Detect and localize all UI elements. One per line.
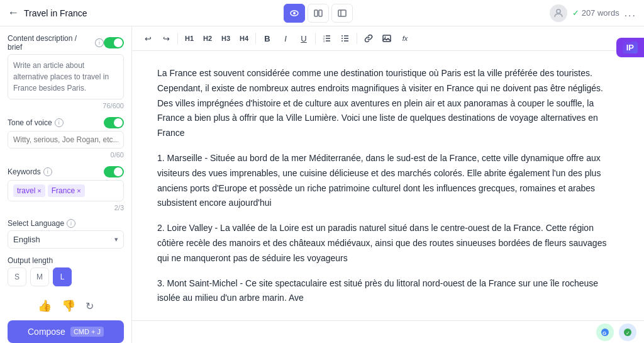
svg-point-16 (341, 35, 343, 37)
svg-text:✓: ✓ (626, 330, 630, 336)
tone-header: Tone of voice i (8, 117, 124, 128)
view-sidebar-button[interactable] (331, 4, 353, 23)
size-small-button[interactable]: S (8, 267, 26, 286)
content-char-count: 76/600 (8, 102, 124, 110)
ip-label: IP (623, 42, 638, 53)
keyword-tag-travel: travel × (13, 184, 45, 197)
compose-button[interactable]: Compose CMD + J (8, 320, 124, 343)
keywords-box[interactable]: travel × France × (8, 180, 124, 201)
content-desc-header: Content description / brief i (8, 34, 124, 52)
sidebar: Content description / brief i Write an a… (0, 26, 132, 343)
output-length-section: Output length S M L (8, 256, 124, 286)
redo-button[interactable]: ↪ (158, 30, 174, 47)
thumbs-down-button[interactable]: 👎 (62, 299, 75, 313)
view-split-button[interactable] (308, 4, 329, 23)
keywords-toggle[interactable] (104, 166, 124, 177)
tone-char-count: 0/60 (8, 151, 124, 159)
svg-text:3: 3 (323, 40, 325, 43)
keywords-count: 2/3 (8, 204, 124, 211)
google-docs-icon[interactable]: G (596, 323, 614, 341)
paragraph-2: 1. Marseille - Située au bord de la mer … (157, 151, 619, 211)
editor-content[interactable]: La France est souvent considérée comme u… (132, 51, 644, 320)
svg-point-20 (385, 37, 386, 38)
feedback-row: 👍 👎 ↻ (8, 299, 124, 313)
toolbar-sep-3 (315, 33, 316, 44)
compose-label: Compose (28, 327, 65, 337)
size-large-button[interactable]: L (53, 267, 72, 286)
toolbar-sep-4 (357, 33, 357, 44)
content-desc-toggle[interactable] (104, 37, 124, 48)
eye-icon (289, 8, 299, 18)
more-button[interactable]: ... (625, 8, 636, 19)
top-bar: ← Travel in France (0, 0, 644, 26)
link-button[interactable] (360, 30, 377, 47)
word-count: ✓ 207 words (572, 8, 619, 18)
language-value: English (13, 235, 40, 244)
image-button[interactable] (379, 30, 395, 47)
integration-icon[interactable]: ✓ (619, 323, 636, 341)
image-icon (382, 34, 391, 43)
unordered-list-icon (341, 34, 350, 43)
thumbs-up-button[interactable]: 👍 (38, 299, 52, 313)
content-desc-info-icon[interactable]: i (95, 38, 104, 47)
svg-point-17 (341, 38, 343, 39)
ip-badge: IP (616, 38, 644, 57)
h3-button[interactable]: H3 (218, 30, 234, 47)
top-bar-right: ✓ 207 words ... (550, 4, 636, 22)
svg-rect-4 (338, 10, 346, 16)
paragraph-4: 3. Mont Saint-Michel - Ce site spectacul… (157, 276, 619, 306)
h4-button[interactable]: H4 (236, 30, 252, 47)
refresh-button[interactable]: ↻ (86, 300, 94, 312)
toolbar-sep-1 (177, 33, 178, 44)
google-icon: G (600, 327, 610, 337)
content-desc-label: Content description / brief i (8, 34, 104, 52)
view-toggle-group (284, 4, 353, 23)
editor-area: ↩ ↪ H1 H2 H3 H4 B I U 1 2 3 (132, 26, 644, 343)
keywords-label: Keywords i (8, 167, 52, 176)
keyword-remove-travel[interactable]: × (37, 187, 41, 194)
content-desc-section: Content description / brief i Write an a… (8, 34, 124, 110)
content-brief-text[interactable]: Write an article about alternative place… (8, 54, 124, 99)
back-button[interactable]: ← (8, 6, 19, 20)
output-length-label: Output length (8, 256, 124, 265)
h1-button[interactable]: H1 (181, 30, 197, 47)
svg-rect-3 (319, 10, 322, 16)
bold-button[interactable]: B (259, 30, 275, 47)
ordered-list-button[interactable]: 1 2 3 (319, 30, 335, 47)
h2-button[interactable]: H2 (199, 30, 216, 47)
size-medium-button[interactable]: M (30, 267, 49, 286)
svg-rect-19 (383, 35, 391, 42)
compose-shortcut: CMD + J (70, 327, 104, 337)
sidebar-icon (337, 8, 347, 18)
keywords-info-icon[interactable]: i (43, 167, 52, 176)
chevron-down-icon: ▾ (114, 235, 118, 244)
formula-button[interactable]: fx (397, 30, 413, 47)
language-section: Select Language i English ▾ (8, 219, 124, 249)
svg-point-1 (293, 12, 296, 14)
toolbar-sep-2 (255, 33, 256, 44)
tone-toggle[interactable] (104, 117, 124, 128)
undo-button[interactable]: ↩ (140, 30, 156, 47)
language-label: Select Language i (8, 219, 75, 228)
link-icon (364, 34, 373, 43)
view-preview-button[interactable] (284, 4, 305, 23)
tone-section: Tone of voice i 0/60 (8, 117, 124, 159)
tone-info-icon[interactable]: i (55, 118, 64, 127)
language-info-icon[interactable]: i (67, 219, 75, 228)
unordered-list-button[interactable] (337, 30, 353, 47)
paragraph-1: La France est souvent considérée comme u… (157, 66, 619, 141)
italic-button[interactable]: I (277, 30, 294, 47)
output-size-buttons: S M L (8, 267, 124, 286)
svg-point-6 (557, 9, 560, 13)
tone-input[interactable] (8, 131, 124, 149)
keyword-remove-france[interactable]: × (77, 187, 80, 194)
underline-button[interactable]: U (296, 30, 312, 47)
top-bar-left: ← Travel in France (8, 6, 87, 20)
check-icon: ✓ (572, 8, 579, 18)
page-title: Travel in France (24, 8, 87, 18)
language-select[interactable]: English ▾ (8, 230, 124, 249)
paragraph-3: 2. Loire Valley - La vallée de la Loire … (157, 221, 619, 266)
svg-point-18 (341, 40, 343, 42)
tone-label: Tone of voice i (8, 118, 64, 127)
editor-toolbar: ↩ ↪ H1 H2 H3 H4 B I U 1 2 3 (132, 26, 644, 51)
